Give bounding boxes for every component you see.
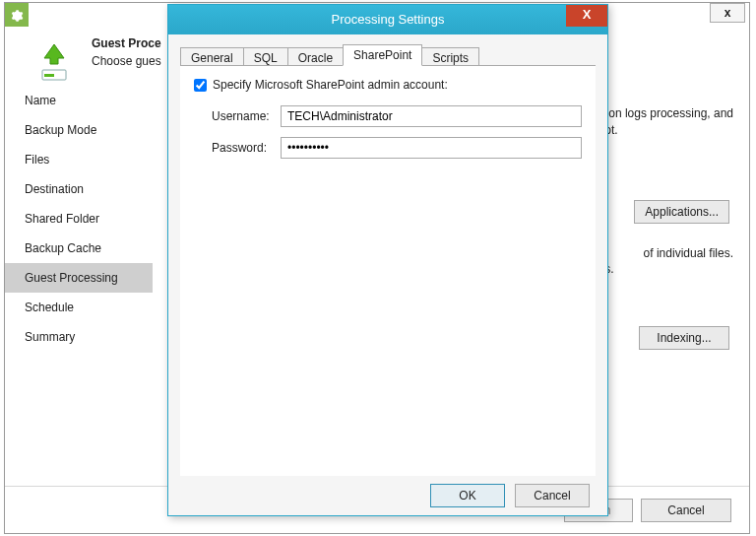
password-input[interactable]: [281, 137, 582, 159]
tab-sql[interactable]: SQL: [243, 47, 288, 67]
page-title: Guest Proce: [92, 36, 161, 50]
specify-admin-label: Specify Microsoft SharePoint admin accou…: [213, 78, 448, 92]
applications-button[interactable]: Applications...: [634, 200, 729, 224]
tab-scripts[interactable]: Scripts: [421, 47, 479, 67]
dialog-body: General SQL Oracle SharePoint Scripts Sp…: [168, 34, 607, 476]
dialog-close-button[interactable]: X: [566, 5, 607, 27]
nav-summary[interactable]: Summary: [5, 322, 153, 352]
tab-oracle[interactable]: Oracle: [287, 47, 344, 67]
svg-rect-1: [44, 74, 54, 77]
ok-button[interactable]: OK: [430, 484, 505, 507]
tab-panel-sharepoint: Specify Microsoft SharePoint admin accou…: [180, 66, 596, 476]
tab-sharepoint[interactable]: SharePoint: [343, 44, 422, 66]
nav-schedule[interactable]: Schedule: [5, 293, 153, 322]
wizard-cancel-button[interactable]: Cancel: [641, 499, 731, 522]
nav-shared-folder[interactable]: Shared Folder: [5, 204, 153, 234]
step-icon: [32, 40, 72, 80]
username-input[interactable]: [281, 105, 582, 127]
tab-general[interactable]: General: [180, 47, 244, 67]
dialog-cancel-button[interactable]: Cancel: [515, 484, 590, 507]
dialog-footer: OK Cancel: [168, 476, 607, 515]
nav-backup-cache[interactable]: Backup Cache: [5, 234, 153, 263]
dialog-title: Processing Settings: [332, 12, 445, 27]
nav-files[interactable]: Files: [5, 145, 153, 174]
indexing-desc-line2: ries.: [592, 261, 733, 278]
wizard-close-button[interactable]: x: [710, 3, 745, 23]
password-label: Password:: [212, 141, 281, 155]
wizard-steps: Name Backup Mode Files Destination Share…: [5, 27, 153, 533]
nav-guest-processing[interactable]: Guest Processing: [5, 263, 153, 293]
apps-desc-line2: boot.: [592, 122, 733, 139]
processing-settings-dialog: Processing Settings X General SQL Oracle…: [167, 4, 608, 516]
nav-destination[interactable]: Destination: [5, 174, 153, 204]
indexing-button[interactable]: Indexing...: [639, 326, 729, 350]
nav-name[interactable]: Name: [5, 86, 153, 115]
dialog-titlebar: Processing Settings X: [168, 5, 607, 34]
page-subtitle: Choose gues: [92, 54, 161, 68]
specify-admin-checkbox[interactable]: [194, 79, 207, 92]
nav-backup-mode[interactable]: Backup Mode: [5, 115, 153, 145]
username-label: Username:: [212, 109, 281, 123]
tabstrip: General SQL Oracle SharePoint Scripts: [180, 44, 596, 66]
gear-icon: [5, 3, 29, 27]
